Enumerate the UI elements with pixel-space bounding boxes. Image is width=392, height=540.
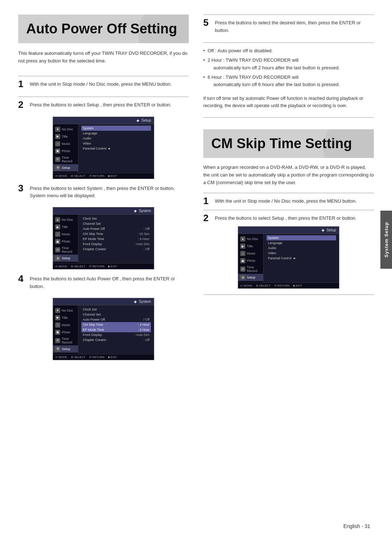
menu-footer: ⇔ MOVE ⊛ SELECT ↺ RETURN ■ EXIT (53, 173, 154, 179)
step-1-text: With the unit in Stop mode / No Disc mod… (30, 81, 189, 88)
step-2-text: Press the buttons to select Setup , then… (30, 101, 189, 109)
sys1-nodisc-icon: ● (55, 217, 60, 222)
sys1-no-disc: ● No Disc (53, 216, 78, 223)
cm-skip-intro: When a program recorded on a DVD-RAM, a … (203, 164, 374, 186)
cm-skip-title-banner: CM Skip Time Setting (203, 129, 374, 158)
menu-left-bar: ● No Disc ▶ Title ♪ Music ▣ Photo (53, 124, 78, 173)
bullet-2hour: 2 Hour : TWIN TRAY DVD RECORDER will aut… (203, 57, 374, 71)
sys2-channelset: Channel Set (81, 312, 151, 317)
sys2-no-disc: ● No Disc (53, 307, 78, 314)
sys1-timerecord-icon: ⏱ (55, 247, 60, 252)
auto-power-off-title-banner: Auto Power Off Setting (18, 15, 189, 43)
cm-item-video: Video (266, 251, 336, 256)
sys1-cmskip: CM Skip Time: 15 Sec (81, 231, 151, 236)
divider-2 (18, 97, 189, 97)
sys2-timerecord-icon: ⏱ (55, 338, 60, 343)
cm-div3 (203, 295, 374, 295)
step-5-num: 5 (203, 18, 215, 27)
photo-icon: ▣ (55, 149, 60, 154)
sys2-title: ▶ Title (53, 314, 78, 321)
title-icon: ▶ (55, 134, 60, 139)
menu-system2-mockup: ◆ System ● No Disc ▶ Title ♪ Music (53, 298, 154, 360)
music-icon: ♪ (55, 141, 60, 146)
sys2-title-icon: ▶ (55, 315, 60, 320)
no-disc-icon: ● (55, 127, 60, 132)
sys1-autopoweroff: Auto Power Off: Off (81, 226, 151, 231)
cm-item-parental: Parental Control ◄ (266, 256, 336, 261)
step-4: 4 Press the buttons to select Auto Power… (18, 275, 189, 291)
bullet-list: Off : Auto power off is disabled. 2 Hour… (203, 47, 374, 90)
auto-power-off-title: Auto Power Off Setting (26, 21, 181, 37)
sys1-photo: ▣ Photo (53, 238, 78, 245)
sys1-clockset: Clock Set (81, 216, 151, 221)
cm-music-icon: ♪ (240, 251, 245, 256)
sys2-chaptercreator: Chapter Creator: Off (81, 337, 151, 342)
cm-step-1-num: 1 (203, 196, 215, 206)
menu-right-panel-setup: System Language Audio Video Parental Con… (78, 124, 154, 173)
menu-item-parental: Parental Control ◄ (81, 146, 151, 151)
cm-step-2-num: 2 (203, 213, 215, 223)
timerecord-icon: ⏱ (55, 157, 60, 162)
menu-left-no-disc: ● No Disc (53, 126, 78, 133)
cm-no-disc: ● No Disc (238, 235, 263, 243)
sys1-setup-icon: ⚙ (55, 256, 60, 261)
sys1-title: ▶ Title (53, 223, 78, 231)
sys1-channelset: Channel Set (81, 221, 151, 226)
right-column: 5 Press the buttons to select the desire… (203, 15, 374, 525)
menu-item-video: Video (81, 141, 151, 146)
sys2-nodisc-icon: ● (55, 308, 60, 313)
menu-setup-header: ◆ Setup (53, 117, 154, 124)
cm-item-audio: Audio (266, 245, 336, 251)
sys2-setup-icon: ⚙ (55, 346, 60, 352)
cm-item-system: System (266, 235, 336, 240)
side-tab: System Setup (380, 211, 392, 269)
cm-div2 (203, 210, 374, 210)
cm-step-2-text: Press the buttons to select Setup , then… (215, 215, 374, 222)
cm-menu-setup-mockup: ◆ Setup ● No Disc ▶ Title ♪ Mu (238, 226, 339, 289)
menu-left-photo: ▣ Photo (53, 147, 78, 155)
sys2-music-icon: ♪ (55, 322, 60, 328)
menu-system2-header: ◆ System (53, 298, 154, 305)
sys2-epmode: EP Mode Time: 6 Hour (81, 327, 151, 332)
cm-title: ▶ Title (238, 243, 263, 250)
sys2-frontdisplay: Front Display: Auto Dim (81, 332, 151, 337)
cm-menu-body: ● No Disc ▶ Title ♪ Music ▣ (238, 234, 339, 283)
side-tab-label: System Setup (384, 222, 389, 257)
page: Auto Power Off Setting This feature auto… (0, 0, 392, 540)
cm-photo: ▣ Photo (238, 257, 263, 264)
sys1-setup: ⚙ Setup (53, 255, 78, 262)
sys1-frontdisplay: Front Display: Auto Dim (81, 241, 151, 247)
sys2-cmskip: CM Skip Time: 2 Hour (81, 322, 151, 327)
step-1: 1 With the unit in Stop mode / No Disc m… (18, 81, 189, 89)
right-div2 (203, 42, 374, 43)
step-4-text: Press the buttons to select Auto Power O… (30, 275, 189, 291)
cm-music: ♪ Music (238, 250, 263, 257)
cm-setup: ⚙ Setup (238, 274, 263, 281)
sys1-footer: ⇔ MOVE ⊛ SELECT ↺ RETURN ■ EXIT (53, 263, 154, 269)
menu-sys2-left: ● No Disc ▶ Title ♪ Music ▣ Photo (53, 305, 78, 354)
sys1-title-icon: ▶ (55, 224, 60, 230)
step-4-num: 4 (18, 274, 30, 283)
cm-timerecord-icon: ⏱ (240, 267, 245, 272)
cm-menu-left: ● No Disc ▶ Title ♪ Music ▣ (238, 234, 264, 283)
bullet-6hour: 6 Hour : TWIN TRAY DVD RECORDER will aut… (203, 74, 374, 88)
menu-left-title: ▶ Title (53, 133, 78, 140)
cm-menu-footer: ⇔ MOVE ⊛ SELECT ↺ RETURN ■ EXIT (238, 283, 339, 288)
cm-menu-right: System Language Audio Video Parental Con… (264, 234, 339, 283)
right-top-divider (203, 15, 374, 15)
menu-item-system: System (81, 126, 151, 131)
left-column: Auto Power Off Setting This feature auto… (18, 15, 189, 525)
sys2-setup: ⚙ Setup (53, 345, 78, 353)
sys1-music-icon: ♪ (55, 232, 60, 237)
step-2-num: 2 (18, 100, 30, 109)
menu-left-music: ♪ Music (53, 140, 78, 147)
sys2-photo-icon: ▣ (55, 330, 60, 335)
cm-skip-title: CM Skip Time Setting (211, 136, 366, 151)
cm-nodisc-icon: ● (240, 236, 245, 241)
step-5: 5 Press the buttons to select the desire… (203, 19, 374, 34)
sys1-timerecord: ⏱ Time Record (53, 245, 78, 255)
sys1-music: ♪ Music (53, 231, 78, 238)
menu-setup-body: ● No Disc ▶ Title ♪ Music ▣ Photo (53, 124, 154, 173)
sys2-timerecord: ⏱ Time Record (53, 336, 78, 345)
sys2-music: ♪ Music (53, 321, 78, 329)
